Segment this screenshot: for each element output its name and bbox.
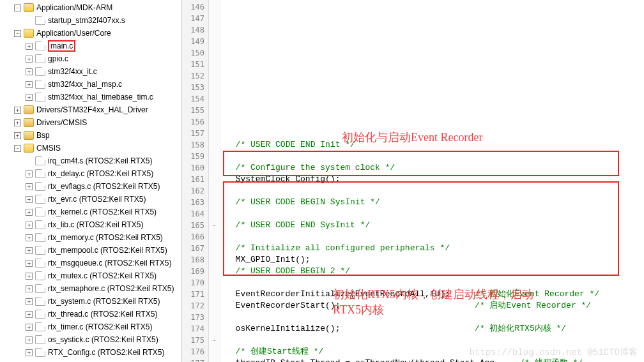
code-line[interactable] [226,151,644,162]
code-line[interactable]: EventRecorderStart(); /* 启动Event Recorde… [226,300,644,312]
tree-item[interactable]: +rtx_memory.c (RTOS2:Keil RTX5) [0,231,181,244]
tree-item-label: rtx_system.c (RTOS2:Keil RTX5) [48,297,160,306]
tree-item-label: Application/MDK-ARM [36,3,112,12]
tree-item[interactable]: +rtx_mempool.c (RTOS2:Keil RTX5) [0,244,181,257]
tree-expander-icon[interactable]: + [26,68,33,75]
tree-expander-icon[interactable]: + [26,209,33,216]
tree-expander-icon[interactable]: + [26,196,33,203]
tree-expander-icon[interactable]: + [26,234,33,241]
tree-item-label: rtx_timer.c (RTOS2:Keil RTX5) [48,322,152,331]
code-line[interactable]: threadID_Start_Thread = osThreadNew(thre… [226,358,644,362]
tree-item[interactable]: +stm32f4xx_hal_msp.c [0,78,181,91]
fold-marker[interactable]: - [209,335,220,346]
line-number: 160 [182,162,204,174]
tree-expander-icon[interactable]: + [26,324,33,331]
fold-marker [209,70,220,82]
tree-expander-icon[interactable]: - [14,30,21,37]
tree-item[interactable]: +Drivers/STM32F4xx_HAL_Driver [0,103,181,116]
tree-expander-icon[interactable]: + [26,311,33,318]
code-editor[interactable]: 1461471481491501511521531541551561571581… [182,0,644,362]
code-line[interactable]: /* USER CODE BEGIN 2 */ [226,266,644,277]
tree-item-label: startup_stm32f407xx.s [48,16,125,25]
tree-item[interactable]: +RTX_Config.c (RTOS2:Keil RTX5) [0,346,181,359]
tree-item[interactable]: +rtx_msgqueue.c (RTOS2:Keil RTX5) [0,257,181,269]
code-line[interactable]: /* USER CODE END SysInit */ [226,220,644,231]
tree-expander-icon[interactable]: + [26,247,33,254]
tree-item[interactable]: +stm32f4xx_hal_timebase_tim.c [0,91,181,103]
tree-expander-icon[interactable]: + [26,170,33,177]
tree-expander-icon[interactable]: + [14,132,21,139]
tree-item[interactable]: +rtx_delay.c (RTOS2:Keil RTX5) [0,167,181,180]
tree-item[interactable]: +rtx_system.c (RTOS2:Keil RTX5) [0,295,181,308]
tree-expander-icon[interactable]: + [26,298,33,305]
tree-expander-icon[interactable]: + [26,43,33,50]
fold-marker [209,312,220,323]
tree-item-label: rtx_mutex.c (RTOS2:Keil RTX5) [48,271,157,280]
code-line[interactable] [226,277,644,289]
tree-item[interactable]: -Application/MDK-ARM [0,1,181,14]
tree-item[interactable]: +stm32f4xx_it.c [0,65,181,78]
tree-expander-icon[interactable]: + [26,285,33,292]
tree-expander-icon[interactable]: - [14,4,21,11]
project-tree[interactable]: -Application/MDK-ARMstartup_stm32f407xx.… [0,0,182,362]
line-number: 176 [182,346,204,358]
file-icon [35,348,45,357]
fold-marker [209,13,220,24]
tree-item[interactable]: +Drivers/CMSIS [0,116,181,129]
code-line[interactable]: SystemClock_Config(); [226,174,644,185]
code-line[interactable] [226,185,644,197]
file-icon [35,156,45,165]
code-line[interactable]: MX_GPIO_Init(); [226,254,644,266]
tree-item[interactable]: -Application/User/Core [0,27,181,40]
tree-expander-icon[interactable]: + [14,107,21,114]
line-number: 164 [182,208,204,220]
tree-expander-icon[interactable]: + [14,119,21,126]
tree-expander-icon[interactable]: + [26,94,33,101]
tree-item[interactable]: +rtx_thread.c (RTOS2:Keil RTX5) [0,308,181,321]
tree-item[interactable]: +rtx_kernel.c (RTOS2:Keil RTX5) [0,206,181,218]
code-line[interactable]: /* 创建Start线程 */ [226,346,644,358]
file-icon [35,80,45,89]
line-number: 152 [182,70,204,82]
tree-item[interactable]: +rtx_evflags.c (RTOS2:Keil RTX5) [0,180,181,193]
code-line[interactable]: /* USER CODE BEGIN SysInit */ [226,197,644,208]
tree-expander-icon[interactable]: + [26,260,33,267]
tree-item[interactable]: +rtx_evr.c (RTOS2:Keil RTX5) [0,193,181,206]
tree-item[interactable]: +rtx_mutex.c (RTOS2:Keil RTX5) [0,269,181,282]
code-line[interactable] [226,231,644,243]
tree-expander-icon[interactable]: + [26,183,33,190]
fold-marker[interactable]: - [209,220,220,231]
tree-expander-icon[interactable]: + [26,56,33,63]
code-line[interactable]: osKernelInitialize(); /* 初始化RTX5内核 */ [226,323,644,335]
tree-item[interactable]: +os_systick.c (RTOS2:Keil RTX5) [0,333,181,346]
tree-item[interactable]: +rtx_lib.c (RTOS2:Keil RTX5) [0,218,181,231]
tree-expander-icon[interactable]: + [26,336,33,343]
line-number: 149 [182,36,204,47]
tree-expander-icon[interactable]: + [26,349,33,356]
tree-expander-icon[interactable]: - [14,145,21,152]
fold-marker [209,47,220,59]
fold-marker [209,231,220,243]
tree-expander-icon[interactable]: + [26,222,33,229]
line-number: 146 [182,1,204,13]
code-line[interactable]: /* USER CODE END Init */ [226,139,644,151]
tree-item[interactable]: irq_cm4f.s (RTOS2:Keil RTX5) [0,155,181,167]
code-line[interactable]: /* Configure the system clock */ [226,162,644,174]
code-line[interactable]: EventRecorderInitialize(EventRecordAll,1… [226,289,644,300]
code-line[interactable]: /* Initialize all configured peripherals… [226,243,644,254]
fold-column[interactable]: -- [209,0,220,362]
tree-expander-icon[interactable]: + [26,81,33,88]
tree-item[interactable]: +rtx_semaphore.c (RTOS2:Keil RTX5) [0,282,181,295]
tree-item[interactable]: startup_stm32f407xx.s [0,14,181,27]
code-line[interactable] [226,208,644,220]
tree-item[interactable]: +rtx_timer.c (RTOS2:Keil RTX5) [0,321,181,333]
tree-expander-icon[interactable]: + [26,273,33,280]
tree-item[interactable]: +gpio.c [0,52,181,65]
tree-item[interactable]: +Bsp [0,129,181,142]
code-text-area[interactable]: 初始化与启动Event Recorder 初始化RTX5内核，创建启动线程，启动… [220,0,644,362]
tree-item[interactable]: +main.c [0,40,181,52]
tree-item[interactable]: -CMSIS [0,142,181,155]
file-icon [35,284,45,293]
code-line[interactable] [226,335,644,346]
code-line[interactable] [226,312,644,323]
